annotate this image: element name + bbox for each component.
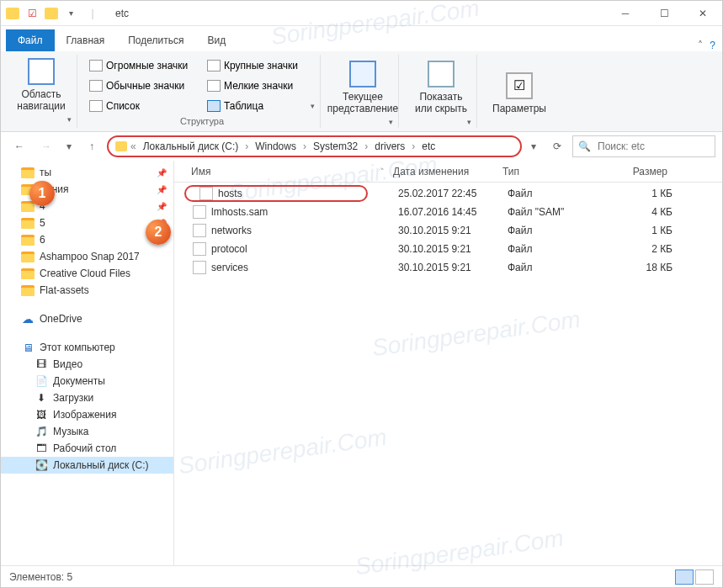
breadcrumb-item[interactable]: etc (418, 139, 439, 154)
up-button[interactable]: ↑ (80, 135, 104, 158)
sidebar-pc-item[interactable]: 💽Локальный диск (C:) (1, 457, 173, 474)
tab-share[interactable]: Поделиться (116, 29, 195, 51)
pc-item-icon: ⬇ (35, 392, 48, 404)
breadcrumb-item[interactable]: Локальный диск (C:) (140, 139, 242, 154)
file-row[interactable]: services30.10.2015 9:21Файл18 КБ (174, 258, 722, 277)
current-view-button[interactable]: Текущее представление ▾ (332, 57, 393, 126)
qat-dropdown-icon[interactable]: ▾ (61, 4, 80, 23)
close-button[interactable]: ✕ (683, 1, 722, 26)
file-icon (193, 261, 206, 274)
sidebar-pc-item[interactable]: ⬇Загрузки (1, 389, 173, 406)
search-box[interactable]: 🔍 (572, 135, 715, 157)
back-button[interactable]: ← (8, 135, 31, 158)
pc-item-icon: 💽 (35, 459, 48, 471)
view-details[interactable]: Таблица▾ (207, 97, 315, 115)
folder-icon (21, 234, 35, 246)
folder-icon (21, 217, 35, 229)
minimize-button[interactable]: ─ (606, 1, 645, 26)
file-row[interactable]: hosts25.02.2017 22:45Файл1 КБ (174, 184, 722, 203)
navigation-pane[interactable]: ты📌жения📌4📌5📌6📌Ashampoo Snap 2017Creativ… (1, 161, 174, 565)
sidebar-pc-item[interactable]: 📄Документы (1, 373, 173, 389)
sidebar-quick-item[interactable]: 4📌 (1, 198, 173, 215)
file-row[interactable]: protocol30.10.2015 9:21Файл2 КБ (174, 240, 722, 258)
view-extra-large[interactable]: Огромные значки (89, 56, 200, 75)
onedrive-icon: ☁ (21, 313, 35, 325)
file-date: 16.07.2016 14:45 (398, 206, 508, 218)
refresh-button[interactable]: ⟳ (545, 135, 569, 158)
sidebar-item-label: Рабочий стол (53, 442, 116, 454)
sidebar-item-label: OneDrive (40, 313, 82, 325)
breadcrumb-item[interactable]: Windows (252, 139, 300, 154)
address-bar-row: ← → ▾ ↑ « Локальный диск (C:) › Windows … (1, 132, 722, 161)
address-dropdown-button[interactable]: ▾ (525, 135, 542, 158)
icons-view-toggle[interactable] (695, 569, 714, 585)
sidebar-item-label: Ashampoo Snap 2017 (40, 251, 140, 262)
breadcrumb-item[interactable]: System32 (310, 139, 361, 154)
file-size: 1 КБ (609, 188, 684, 199)
tab-view[interactable]: Вид (195, 29, 237, 51)
maximize-button[interactable]: ☐ (645, 1, 683, 26)
file-icon (193, 205, 206, 219)
file-type: Файл (508, 262, 609, 273)
navigation-pane-button[interactable]: Область навигации ▾ (11, 55, 72, 124)
callout-2: 2 (146, 220, 171, 245)
pin-icon: 📌 (157, 168, 167, 177)
tab-home[interactable]: Главная (55, 29, 117, 51)
details-view-toggle[interactable] (675, 569, 694, 585)
col-header-type[interactable]: Тип (502, 166, 603, 177)
col-header-date[interactable]: Дата изменения (393, 166, 502, 177)
sidebar-item-label: Видео (53, 358, 82, 370)
breadcrumb-item[interactable]: drivers (371, 139, 408, 154)
view-large[interactable]: Крупные значки (207, 56, 315, 75)
breadcrumb-sep: « (129, 140, 138, 152)
address-bar[interactable]: « Локальный диск (C:) › Windows › System… (107, 135, 522, 157)
col-header-name[interactable]: Имя˄ (174, 166, 393, 177)
sidebar-quick-item[interactable]: ты📌 (1, 164, 173, 181)
sidebar-this-pc[interactable]: 🖥Этот компьютер (1, 339, 173, 356)
view-list[interactable]: Список (89, 97, 200, 115)
sidebar-pc-item[interactable]: 🎞Видео (1, 356, 173, 373)
sidebar-item-label: Музыка (53, 426, 88, 437)
sidebar-quick-item[interactable]: Ashampoo Snap 2017 (1, 248, 173, 265)
sidebar-onedrive[interactable]: ☁OneDrive (1, 310, 173, 327)
options-button[interactable]: ☑ Параметры (489, 69, 550, 114)
forward-button[interactable]: → (35, 135, 58, 158)
file-row[interactable]: networks30.10.2015 9:21Файл1 КБ (174, 221, 722, 240)
sidebar-item-label: Creative Cloud Files (40, 268, 130, 279)
recent-locations-button[interactable]: ▾ (61, 135, 77, 158)
view-medium[interactable]: Обычные значки (89, 77, 200, 95)
search-input[interactable] (596, 140, 710, 153)
help-icon[interactable]: ? (710, 40, 715, 51)
qat-checkbox-icon[interactable]: ☑ (23, 4, 41, 23)
folder-icon (21, 167, 35, 178)
file-list-pane: Имя˄ Дата изменения Тип Размер hosts25.0… (174, 161, 722, 565)
file-icon (193, 224, 206, 237)
file-rows: hosts25.02.2017 22:45Файл1 КБlmhosts.sam… (174, 183, 722, 565)
file-row[interactable]: lmhosts.sam16.07.2016 14:45Файл "SAM"4 К… (174, 203, 722, 221)
pc-item-icon: 📄 (35, 375, 48, 387)
sidebar-quick-item[interactable]: жения📌 (1, 181, 173, 198)
sidebar-pc-item[interactable]: 🗔Рабочий стол (1, 440, 173, 457)
navigation-pane-icon (28, 58, 55, 85)
sidebar-pc-item[interactable]: 🎵Музыка (1, 423, 173, 440)
current-view-icon (349, 61, 376, 87)
pc-item-icon: 🎞 (35, 358, 48, 370)
sidebar-quick-item[interactable]: Creative Cloud Files (1, 265, 173, 282)
chevron-down-icon: ▾ (467, 118, 471, 126)
file-size: 18 КБ (609, 262, 684, 273)
col-header-size[interactable]: Размер (603, 166, 679, 177)
file-date: 25.02.2017 22:45 (398, 188, 508, 199)
chevron-down-icon: ▾ (389, 118, 393, 126)
file-type: Файл (508, 225, 609, 236)
tab-file[interactable]: Файл (6, 29, 55, 51)
pc-item-icon: 🎵 (35, 426, 48, 437)
view-small[interactable]: Мелкие значки (207, 77, 315, 95)
ribbon-collapse-icon[interactable]: ˄ (698, 40, 703, 51)
sidebar-pc-item[interactable]: 🖼Изображения (1, 406, 173, 423)
folder-icon (21, 251, 35, 262)
show-hide-button[interactable]: Показать или скрыть ▾ (411, 57, 471, 126)
file-size: 2 КБ (609, 243, 684, 255)
status-bar: Элементов: 5 (1, 565, 722, 587)
folder-icon (21, 268, 35, 279)
sidebar-quick-item[interactable]: Flat-assets (1, 282, 173, 299)
